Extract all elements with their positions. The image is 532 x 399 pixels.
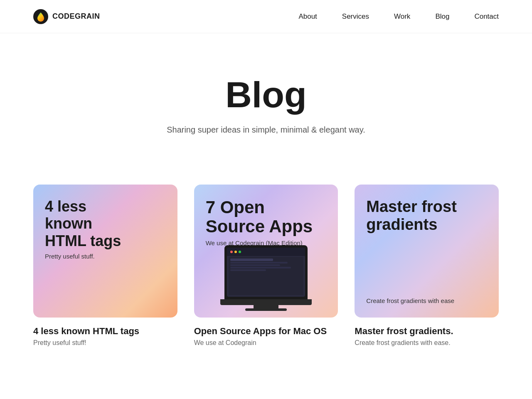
card-1-image-subtitle: Pretty useful stuff. [45, 253, 166, 260]
card-2-title: Open Source Apps for Mac OS [194, 326, 338, 337]
hero-subtitle: Sharing super ideas in simple, minimal &… [33, 125, 499, 135]
logo-icon [33, 9, 48, 24]
blog-card-1[interactable]: 4 less known HTML tags Pretty useful stu… [33, 185, 177, 348]
logo[interactable]: CODEGRAIN [33, 9, 100, 24]
blog-card-2[interactable]: 7 Open Source Apps We use at Codegrain (… [194, 185, 338, 348]
nav-links: About Services Work Blog Contact [298, 12, 499, 21]
mac-illustration [220, 245, 312, 311]
page-title: Blog [33, 75, 499, 115]
hero-section: Blog Sharing super ideas in simple, mini… [0, 33, 532, 168]
nav-link-blog[interactable]: Blog [435, 12, 449, 20]
card-1-description: Pretty useful stuff! [33, 339, 177, 347]
card-3-image-subtitle: Create frost gradients with ease [366, 297, 487, 304]
card-3-info: Master frost gradients. Create frost gra… [355, 324, 499, 348]
blog-grid: 4 less known HTML tags Pretty useful stu… [0, 168, 532, 382]
card-1-title: 4 less known HTML tags [33, 326, 177, 337]
card-2-description: We use at Codegrain [194, 339, 338, 347]
card-1-image: 4 less known HTML tags Pretty useful stu… [33, 185, 177, 318]
navbar: CODEGRAIN About Services Work Blog Conta… [0, 0, 532, 33]
card-2-info: Open Source Apps for Mac OS We use at Co… [194, 324, 338, 348]
nav-item-work[interactable]: Work [394, 12, 410, 21]
card-3-description: Create frost gradients with ease. [355, 339, 499, 347]
nav-item-services[interactable]: Services [342, 12, 369, 21]
nav-item-contact[interactable]: Contact [474, 12, 499, 21]
logo-text: CODEGRAIN [52, 12, 100, 21]
card-3-image: Master frost gradients Create frost grad… [355, 185, 499, 318]
card-1-info: 4 less known HTML tags Pretty useful stu… [33, 324, 177, 348]
card-1-image-title: 4 less known HTML tags [45, 198, 166, 249]
card-3-image-title: Master frost gradients [366, 198, 487, 234]
card-3-title: Master frost gradients. [355, 326, 499, 337]
nav-link-work[interactable]: Work [394, 12, 410, 20]
nav-link-contact[interactable]: Contact [474, 12, 499, 20]
nav-item-blog[interactable]: Blog [435, 12, 449, 21]
card-2-image-title: 7 Open Source Apps [206, 198, 327, 236]
nav-item-about[interactable]: About [298, 12, 317, 21]
nav-link-about[interactable]: About [298, 12, 317, 20]
blog-card-3[interactable]: Master frost gradients Create frost grad… [355, 185, 499, 348]
nav-link-services[interactable]: Services [342, 12, 369, 20]
card-2-image: 7 Open Source Apps We use at Codegrain (… [194, 185, 338, 318]
